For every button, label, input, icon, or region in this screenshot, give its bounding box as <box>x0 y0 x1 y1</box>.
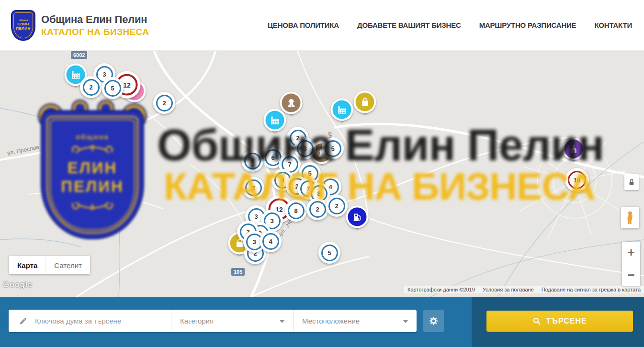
pegman-button[interactable] <box>621 207 639 228</box>
nav-item[interactable]: ДОБАВЕТЕ ВАШИЯТ БИЗНЕС <box>357 21 461 29</box>
map-data-copyright: Картографски данни ©2019 <box>407 287 475 292</box>
cluster-count: 3 <box>254 213 258 220</box>
cluster-count: 8 <box>294 207 297 214</box>
emblem-line1: ЕЛИН <box>17 22 29 26</box>
nav-item[interactable]: ЦЕНОВА ПОЛИТИКА <box>268 21 339 29</box>
location-select-value: Местоположение <box>302 317 360 325</box>
cluster-count: 3 <box>270 217 273 224</box>
cluster-count: 4 <box>281 177 284 184</box>
factory-pin-marker[interactable] <box>264 109 286 132</box>
main-nav: ЦЕНОВА ПОЛИТИКАДОБАВЕТЕ ВАШИЯТ БИЗНЕСМАР… <box>268 21 632 29</box>
cluster-marker[interactable]: 2 <box>326 195 348 217</box>
cluster-count: 6 <box>271 154 274 161</box>
cluster-count: 10 <box>574 177 580 184</box>
cluster-count: 5 <box>328 249 331 257</box>
search-controls-bar: Категория Местоположение <box>9 310 417 332</box>
cluster-marker[interactable]: 4 <box>260 230 282 252</box>
caret-down-icon <box>280 320 284 323</box>
cluster-count: 5 <box>331 145 334 152</box>
site-header: община ЕЛИН ПЕЛИН Община Елин Пелин КАТА… <box>0 0 644 51</box>
keyword-field <box>9 310 171 332</box>
church-icon <box>563 138 585 160</box>
cluster-count: 2 <box>162 100 166 107</box>
nav-item[interactable]: МАРШРУТНО РАЗПИСАНИЕ <box>479 21 576 29</box>
advanced-search-button[interactable] <box>423 310 444 332</box>
cluster-count: 5 <box>111 85 114 92</box>
site-title: Община Елин Пелин <box>41 13 149 26</box>
category-select[interactable]: Категория <box>171 310 293 332</box>
fuel-icon <box>346 206 369 228</box>
shopping-bag-icon <box>354 91 376 113</box>
factory-icon <box>331 99 353 121</box>
streetview-lock-button[interactable] <box>624 174 639 190</box>
factory-icon <box>264 109 286 132</box>
site-logo[interactable]: община ЕЛИН ПЕЛИН Община Елин Пелин КАТА… <box>12 11 149 40</box>
map-canvas[interactable]: 6002105ул. Преславбул. „Новоселции 12325… <box>0 51 644 297</box>
cluster-marker[interactable]: 2 <box>242 177 264 199</box>
municipality-emblem: община ЕЛИН ПЕЛИН <box>12 11 34 40</box>
location-select[interactable]: Местоположение <box>293 310 417 332</box>
category-select-value: Категория <box>180 317 214 325</box>
lock-icon <box>628 178 635 187</box>
search-panel: Категория Местоположение ТЪРСЕНЕ <box>0 297 644 347</box>
church-pin-marker[interactable] <box>563 138 585 160</box>
cluster-count: 12 <box>123 81 131 89</box>
zoom-control: + − <box>622 242 640 286</box>
cluster-marker[interactable]: 5 <box>102 77 124 99</box>
cluster-marker[interactable]: 10 <box>565 168 589 192</box>
cluster-count: 3 <box>252 238 256 246</box>
cluster-count: 8 <box>317 190 320 197</box>
cluster-marker[interactable]: 2 <box>80 76 102 98</box>
shopping-bag-pin-marker[interactable] <box>354 91 376 113</box>
cluster-marker[interactable]: 5 <box>318 242 340 264</box>
cluster-count: 2 <box>316 206 319 213</box>
zoom-in-button[interactable]: + <box>622 242 640 264</box>
google-logo[interactable]: Google <box>3 280 33 290</box>
cluster-marker[interactable]: 2 <box>306 198 328 220</box>
factory-pin-marker[interactable] <box>331 99 353 121</box>
emblem-line2: ПЕЛИН <box>16 26 31 31</box>
map-attribution: Картографски данни ©2019Условия за ползв… <box>404 286 644 293</box>
zoom-out-button[interactable]: − <box>622 264 640 286</box>
fuel-pin-marker[interactable] <box>346 206 369 228</box>
site-subtitle: КАТАЛОГ НА БИЗНЕСА <box>41 27 149 37</box>
cluster-count: 7 <box>288 161 291 168</box>
search-submit-label: ТЪРСЕНЕ <box>546 317 587 325</box>
map-type-control: Карта Сателит <box>9 256 90 274</box>
map-type-map-button[interactable]: Карта <box>9 256 45 274</box>
map-attribution-link[interactable]: Подаване на сигнал за грешка в картата <box>542 287 641 292</box>
cluster-count: 3 <box>303 145 306 152</box>
caret-down-icon <box>403 320 408 323</box>
cluster-count: 4 <box>250 157 254 165</box>
gear-icon <box>429 316 439 326</box>
cluster-count: 4 <box>269 238 272 245</box>
map-attribution-link[interactable]: Условия за ползване <box>483 287 534 292</box>
keyword-input[interactable] <box>34 316 156 325</box>
map-type-satellite-button[interactable]: Сателит <box>45 256 90 274</box>
cluster-marker[interactable]: 5 <box>322 137 344 159</box>
markers-layer: 1232522356475422748128223383234510 <box>0 51 644 297</box>
search-submit-button[interactable]: ТЪРСЕНЕ <box>486 311 633 332</box>
cluster-count: 2 <box>251 184 255 191</box>
cluster-marker[interactable]: 4 <box>241 150 263 172</box>
pegman-icon <box>624 211 636 225</box>
cluster-count: 2 <box>335 202 338 210</box>
cluster-marker[interactable]: 8 <box>285 200 307 222</box>
cluster-count: 2 <box>89 84 92 91</box>
search-icon <box>532 317 541 325</box>
cluster-count: 3 <box>102 71 106 78</box>
cluster-marker[interactable]: 2 <box>153 92 175 114</box>
pencil-icon <box>19 317 27 325</box>
cluster-count: 5 <box>308 170 311 177</box>
nav-item[interactable]: КОНТАКТИ <box>594 21 632 29</box>
